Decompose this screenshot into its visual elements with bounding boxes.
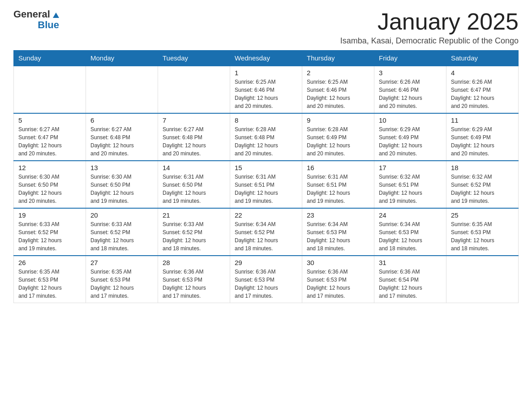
day-info: Sunrise: 6:33 AMSunset: 6:52 PMDaylight:… xyxy=(90,220,153,253)
day-number: 16 xyxy=(307,164,369,171)
calendar-day-cell: 14Sunrise: 6:31 AMSunset: 6:50 PMDayligh… xyxy=(158,161,230,208)
calendar-day-cell xyxy=(14,66,86,113)
day-number: 9 xyxy=(307,116,369,124)
day-number: 13 xyxy=(90,164,153,171)
calendar-day-cell: 20Sunrise: 6:33 AMSunset: 6:52 PMDayligh… xyxy=(86,208,158,256)
day-info: Sunrise: 6:30 AMSunset: 6:50 PMDaylight:… xyxy=(18,173,81,205)
day-info: Sunrise: 6:29 AMSunset: 6:49 PMDaylight:… xyxy=(451,125,514,158)
calendar-day-cell: 31Sunrise: 6:36 AMSunset: 6:54 PMDayligh… xyxy=(374,256,446,303)
day-info: Sunrise: 6:27 AMSunset: 6:48 PMDaylight:… xyxy=(163,125,225,158)
day-number: 1 xyxy=(235,69,297,77)
calendar-day-cell: 11Sunrise: 6:29 AMSunset: 6:49 PMDayligh… xyxy=(446,113,519,161)
day-number: 15 xyxy=(235,164,297,171)
day-number: 28 xyxy=(163,259,225,266)
calendar-day-cell xyxy=(158,66,230,113)
month-title: January 2025 xyxy=(340,9,519,34)
calendar-week-row: 19Sunrise: 6:33 AMSunset: 6:52 PMDayligh… xyxy=(14,208,519,256)
day-info: Sunrise: 6:25 AMSunset: 6:46 PMDaylight:… xyxy=(307,78,369,110)
calendar-day-cell: 28Sunrise: 6:36 AMSunset: 6:53 PMDayligh… xyxy=(158,256,230,303)
day-number: 11 xyxy=(451,116,514,124)
day-info: Sunrise: 6:28 AMSunset: 6:48 PMDaylight:… xyxy=(235,125,297,158)
calendar-day-header: Sunday xyxy=(14,51,86,66)
day-number: 5 xyxy=(18,116,81,124)
calendar-day-cell: 27Sunrise: 6:35 AMSunset: 6:53 PMDayligh… xyxy=(86,256,158,303)
day-info: Sunrise: 6:34 AMSunset: 6:53 PMDaylight:… xyxy=(307,220,369,253)
day-number: 14 xyxy=(163,164,225,171)
calendar-day-cell: 4Sunrise: 6:26 AMSunset: 6:47 PMDaylight… xyxy=(446,66,519,113)
calendar-day-cell: 21Sunrise: 6:33 AMSunset: 6:52 PMDayligh… xyxy=(158,208,230,256)
day-number: 21 xyxy=(163,211,225,219)
calendar-week-row: 26Sunrise: 6:35 AMSunset: 6:53 PMDayligh… xyxy=(14,256,519,303)
calendar-day-cell: 29Sunrise: 6:36 AMSunset: 6:53 PMDayligh… xyxy=(230,256,302,303)
calendar-day-cell: 8Sunrise: 6:28 AMSunset: 6:48 PMDaylight… xyxy=(230,113,302,161)
calendar-day-header: Thursday xyxy=(302,51,374,66)
calendar-day-cell: 6Sunrise: 6:27 AMSunset: 6:48 PMDaylight… xyxy=(86,113,158,161)
day-info: Sunrise: 6:35 AMSunset: 6:53 PMDaylight:… xyxy=(18,268,81,300)
calendar-day-cell: 12Sunrise: 6:30 AMSunset: 6:50 PMDayligh… xyxy=(14,161,86,208)
calendar-day-cell: 17Sunrise: 6:32 AMSunset: 6:51 PMDayligh… xyxy=(374,161,446,208)
location-subtitle: Isamba, Kasai, Democratic Republic of th… xyxy=(340,36,519,46)
logo-triangle-icon xyxy=(51,10,61,20)
day-info: Sunrise: 6:34 AMSunset: 6:52 PMDaylight:… xyxy=(235,220,297,253)
calendar-day-cell: 16Sunrise: 6:31 AMSunset: 6:51 PMDayligh… xyxy=(302,161,374,208)
calendar-week-row: 5Sunrise: 6:27 AMSunset: 6:47 PMDaylight… xyxy=(14,113,519,161)
day-number: 6 xyxy=(90,116,153,124)
calendar-day-cell: 10Sunrise: 6:29 AMSunset: 6:49 PMDayligh… xyxy=(374,113,446,161)
day-number: 2 xyxy=(307,69,369,77)
day-number: 8 xyxy=(235,116,297,124)
calendar-day-cell: 18Sunrise: 6:32 AMSunset: 6:52 PMDayligh… xyxy=(446,161,519,208)
day-info: Sunrise: 6:36 AMSunset: 6:53 PMDaylight:… xyxy=(307,268,369,300)
day-info: Sunrise: 6:35 AMSunset: 6:53 PMDaylight:… xyxy=(451,220,514,253)
day-info: Sunrise: 6:28 AMSunset: 6:49 PMDaylight:… xyxy=(307,125,369,158)
day-number: 4 xyxy=(451,69,514,77)
day-number: 23 xyxy=(307,211,369,219)
calendar-day-cell: 2Sunrise: 6:25 AMSunset: 6:46 PMDaylight… xyxy=(302,66,374,113)
calendar-header-row: SundayMondayTuesdayWednesdayThursdayFrid… xyxy=(14,51,519,66)
calendar-day-cell: 15Sunrise: 6:31 AMSunset: 6:51 PMDayligh… xyxy=(230,161,302,208)
calendar-day-cell: 24Sunrise: 6:34 AMSunset: 6:53 PMDayligh… xyxy=(374,208,446,256)
calendar-day-header: Wednesday xyxy=(230,51,302,66)
day-info: Sunrise: 6:34 AMSunset: 6:53 PMDaylight:… xyxy=(379,220,442,253)
calendar-day-cell: 23Sunrise: 6:34 AMSunset: 6:53 PMDayligh… xyxy=(302,208,374,256)
day-number: 26 xyxy=(18,259,81,266)
calendar-day-header: Monday xyxy=(86,51,158,66)
calendar-week-row: 1Sunrise: 6:25 AMSunset: 6:46 PMDaylight… xyxy=(14,66,519,113)
calendar-day-header: Friday xyxy=(374,51,446,66)
day-number: 10 xyxy=(379,116,442,124)
day-number: 18 xyxy=(451,164,514,171)
day-number: 31 xyxy=(379,259,442,266)
logo-general-text: General xyxy=(13,9,50,20)
calendar-day-cell: 30Sunrise: 6:36 AMSunset: 6:53 PMDayligh… xyxy=(302,256,374,303)
day-info: Sunrise: 6:32 AMSunset: 6:51 PMDaylight:… xyxy=(379,173,442,205)
title-section: January 2025 Isamba, Kasai, Democratic R… xyxy=(340,9,519,46)
day-info: Sunrise: 6:36 AMSunset: 6:53 PMDaylight:… xyxy=(163,268,225,300)
calendar-day-cell: 25Sunrise: 6:35 AMSunset: 6:53 PMDayligh… xyxy=(446,208,519,256)
calendar-day-cell: 22Sunrise: 6:34 AMSunset: 6:52 PMDayligh… xyxy=(230,208,302,256)
logo-blue-text: Blue xyxy=(38,20,59,30)
day-number: 20 xyxy=(90,211,153,219)
day-number: 7 xyxy=(163,116,225,124)
day-info: Sunrise: 6:31 AMSunset: 6:50 PMDaylight:… xyxy=(163,173,225,205)
day-info: Sunrise: 6:26 AMSunset: 6:47 PMDaylight:… xyxy=(451,78,514,110)
day-number: 27 xyxy=(90,259,153,266)
calendar-day-cell xyxy=(86,66,158,113)
calendar-day-cell: 3Sunrise: 6:26 AMSunset: 6:46 PMDaylight… xyxy=(374,66,446,113)
calendar-table: SundayMondayTuesdayWednesdayThursdayFrid… xyxy=(13,50,519,303)
calendar-day-cell: 5Sunrise: 6:27 AMSunset: 6:47 PMDaylight… xyxy=(14,113,86,161)
day-info: Sunrise: 6:32 AMSunset: 6:52 PMDaylight:… xyxy=(451,173,514,205)
day-info: Sunrise: 6:30 AMSunset: 6:50 PMDaylight:… xyxy=(90,173,153,205)
day-info: Sunrise: 6:33 AMSunset: 6:52 PMDaylight:… xyxy=(163,220,225,253)
day-info: Sunrise: 6:36 AMSunset: 6:54 PMDaylight:… xyxy=(379,268,442,300)
logo: General Blue xyxy=(13,9,61,30)
day-number: 17 xyxy=(379,164,442,171)
day-number: 24 xyxy=(379,211,442,219)
day-number: 12 xyxy=(18,164,81,171)
calendar-day-header: Tuesday xyxy=(158,51,230,66)
svg-marker-0 xyxy=(53,13,59,18)
day-number: 25 xyxy=(451,211,514,219)
calendar-day-cell xyxy=(446,256,519,303)
calendar-day-cell: 26Sunrise: 6:35 AMSunset: 6:53 PMDayligh… xyxy=(14,256,86,303)
day-info: Sunrise: 6:25 AMSunset: 6:46 PMDaylight:… xyxy=(235,78,297,110)
day-info: Sunrise: 6:31 AMSunset: 6:51 PMDaylight:… xyxy=(235,173,297,205)
calendar-day-cell: 19Sunrise: 6:33 AMSunset: 6:52 PMDayligh… xyxy=(14,208,86,256)
